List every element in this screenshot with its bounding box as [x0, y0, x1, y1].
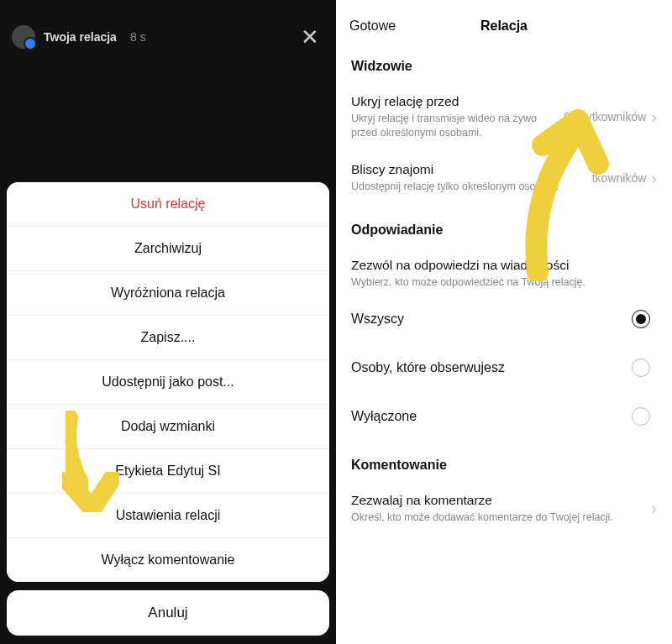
- avatar[interactable]: [12, 25, 35, 49]
- action-sheet-list: Usuń relację Zarchiwizuj Wyróżniona rela…: [7, 182, 329, 582]
- section-comment-header: Komentowanie: [336, 446, 672, 476]
- allow-comments-title: Zezwalaj na komentarze: [351, 493, 651, 508]
- hide-story-value: 0 użytkowników: [564, 110, 646, 123]
- nav-bar: Gotowe Relacja: [336, 0, 672, 47]
- sheet-item-turn-off-commenting[interactable]: Wyłącz komentowanie: [7, 538, 329, 582]
- row-allow-comments[interactable]: Zezwalaj na komentarze Określ, kto może …: [336, 476, 672, 530]
- sheet-item-archive[interactable]: Zarchiwizuj: [7, 227, 329, 271]
- sheet-item-share-as-post[interactable]: Udostępnij jako post...: [7, 360, 329, 405]
- reply-option-off[interactable]: Wyłączone: [336, 392, 672, 441]
- chevron-right-icon: ›: [651, 170, 657, 186]
- story-title: Twoja relacja: [44, 30, 117, 44]
- close-friends-sub: Udostępnij relację tylko określonym osob…: [351, 180, 592, 194]
- reply-option-label: Wyłączone: [351, 409, 632, 424]
- action-sheet: Usuń relację Zarchiwizuj Wyróżniona rela…: [7, 182, 329, 636]
- reply-option-label: Osoby, które obserwujesz: [351, 360, 632, 375]
- story-time: 8 s: [130, 30, 146, 44]
- allow-comments-sub: Określ, kto może dodawać komentarze do T…: [351, 510, 651, 525]
- reply-option-label: Wszyscy: [351, 312, 632, 327]
- radio-unselected-icon: [632, 407, 650, 426]
- sheet-item-save[interactable]: Zapisz....: [7, 316, 329, 360]
- row-allow-replies: Zezwól na odpowiedzi na wiadomości Wybie…: [336, 241, 672, 295]
- reply-option-everyone[interactable]: Wszyscy: [336, 295, 672, 343]
- allow-replies-sub: Wybierz, kto może odpowiedzieć na Twoją …: [351, 275, 657, 290]
- allow-replies-title: Zezwól na odpowiedzi na wiadomości: [351, 258, 657, 273]
- section-reply-header: Odpowiadanie: [336, 211, 672, 241]
- sheet-item-highlight[interactable]: Wyróżniona relacja: [7, 271, 329, 316]
- sheet-item-delete[interactable]: Usuń relację: [7, 182, 329, 227]
- radio-selected-icon: [632, 310, 650, 328]
- row-hide-story[interactable]: Ukryj relację przed Ukryj relację i tran…: [336, 77, 672, 145]
- reply-option-following[interactable]: Osoby, które obserwujesz: [336, 343, 672, 392]
- story-header: Twoja relacja 8 s ✕: [0, 0, 336, 49]
- sheet-cancel-button[interactable]: Anuluj: [7, 590, 329, 636]
- sheet-item-edit-si-label[interactable]: Etykieta Edytuj SI: [7, 449, 329, 494]
- radio-unselected-icon: [632, 359, 650, 377]
- row-close-friends[interactable]: Bliscy znajomi Udostępnij relację tylko …: [336, 145, 672, 199]
- chevron-right-icon: ›: [651, 108, 657, 125]
- section-viewers-header: Widzowie: [336, 47, 672, 77]
- close-friends-title: Bliscy znajomi: [351, 162, 592, 177]
- sheet-item-story-settings[interactable]: Ustawienia relacji: [7, 494, 329, 538]
- close-friends-value: tkowników: [592, 171, 647, 185]
- nav-done-button[interactable]: Gotowe: [349, 18, 396, 34]
- hide-story-sub: Ukryj relację i transmisje wideo na żywo…: [351, 112, 564, 140]
- story-settings-screen: Gotowe Relacja Widzowie Ukryj relację pr…: [336, 0, 672, 644]
- hide-story-title: Ukryj relację przed: [351, 94, 564, 109]
- chevron-right-icon: ›: [651, 500, 657, 516]
- story-screen: Twoja relacja 8 s ✕ Usuń relację Zarchiw…: [0, 0, 336, 644]
- sheet-item-add-mentions[interactable]: Dodaj wzmianki: [7, 405, 329, 449]
- close-icon[interactable]: ✕: [301, 26, 319, 48]
